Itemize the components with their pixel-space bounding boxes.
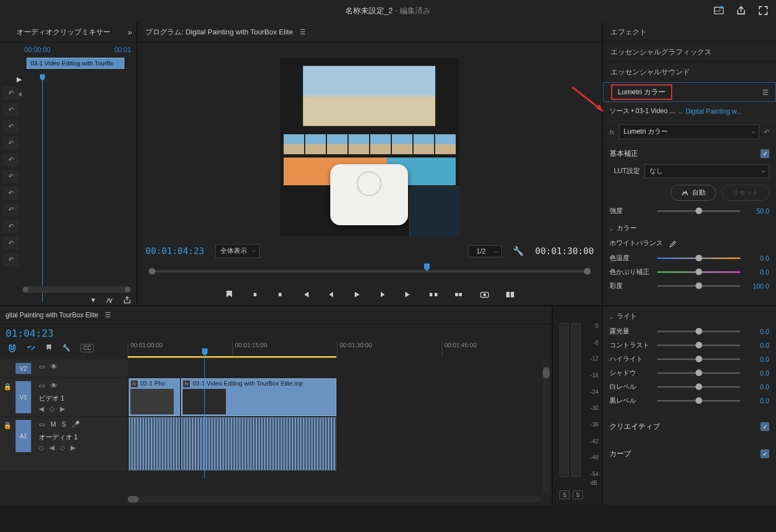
program-monitor[interactable] bbox=[280, 58, 459, 236]
intensity-value[interactable]: 50.0 bbox=[745, 207, 769, 215]
reset-icon[interactable]: ↶ bbox=[764, 128, 769, 136]
audio-mixer-tab[interactable]: オーディオクリップミキサー bbox=[4, 27, 122, 37]
basic-toggle[interactable]: ✓ bbox=[760, 149, 769, 158]
export-frame-icon[interactable] bbox=[479, 289, 490, 300]
next-kf-icon[interactable]: ▶ bbox=[60, 405, 65, 413]
undo-icon[interactable]: ↶ bbox=[3, 103, 19, 116]
export-icon[interactable] bbox=[123, 296, 131, 304]
collapse-icon[interactable]: ⌵ bbox=[609, 225, 613, 232]
tab-effects[interactable]: エフェクト bbox=[603, 22, 776, 42]
track-visibility-icon[interactable]: 👁 bbox=[51, 363, 57, 371]
out-point-icon[interactable] bbox=[275, 289, 286, 300]
lumetri-dropdown[interactable]: Lumetri カラー bbox=[619, 124, 759, 139]
highlight-slider[interactable] bbox=[657, 358, 740, 360]
mute-button[interactable]: M bbox=[51, 420, 56, 428]
step-fwd-icon[interactable] bbox=[377, 289, 388, 300]
chevron-down-icon[interactable]: ⌵ bbox=[678, 108, 682, 115]
temp-value[interactable]: 0.0 bbox=[745, 255, 769, 262]
track-tag-v2[interactable]: V2 bbox=[16, 363, 31, 374]
color-title[interactable]: カラー bbox=[617, 224, 769, 233]
undo-icon[interactable]: ↶ bbox=[3, 236, 19, 250]
workspace-icon[interactable] bbox=[714, 6, 724, 16]
panel-overflow-icon[interactable]: » bbox=[128, 28, 132, 37]
in-point-icon[interactable] bbox=[249, 289, 260, 300]
solo-button[interactable]: S bbox=[62, 420, 66, 428]
solo-l[interactable]: S bbox=[560, 490, 570, 499]
source-seq-label[interactable]: Digital Painting w... bbox=[686, 108, 769, 115]
tab-essential-sound[interactable]: エッセンシャルサウンド bbox=[603, 62, 776, 82]
sat-value[interactable]: 100.0 bbox=[745, 282, 769, 290]
step-back-icon[interactable] bbox=[326, 289, 337, 300]
panel-menu-icon[interactable]: ☰ bbox=[105, 311, 111, 319]
highlight-value[interactable]: 0.0 bbox=[745, 356, 769, 363]
track-output-icon[interactable]: ▭ bbox=[39, 382, 45, 389]
undo-icon[interactable]: ↶ bbox=[3, 153, 19, 166]
black-value[interactable]: 0.0 bbox=[745, 397, 769, 405]
sequence-name[interactable]: gital Painting with TourBox Elite bbox=[6, 311, 98, 319]
goto-out-icon[interactable] bbox=[402, 289, 414, 300]
add-kf-icon[interactable]: ◇ bbox=[49, 405, 54, 413]
tab-lumetri-color[interactable]: Lumetri カラー☰ bbox=[603, 82, 776, 102]
lock-icon[interactable]: 🔒 bbox=[3, 422, 12, 429]
lut-dropdown[interactable]: なし bbox=[644, 164, 769, 178]
play-icon[interactable]: ▶ bbox=[17, 75, 22, 83]
fit-dropdown[interactable]: 全体表示 bbox=[215, 244, 260, 258]
panel-menu-icon[interactable]: ☰ bbox=[762, 88, 769, 97]
basic-title[interactable]: 基本補正 bbox=[609, 149, 638, 159]
timeline-timecode[interactable]: 01:04:23 bbox=[0, 324, 552, 339]
goto-in-icon[interactable] bbox=[300, 289, 311, 300]
compare-icon[interactable] bbox=[505, 289, 516, 300]
undo-icon[interactable]: ↶ bbox=[3, 87, 19, 100]
curves-title[interactable]: カーブ bbox=[609, 449, 631, 459]
black-slider[interactable] bbox=[657, 400, 740, 402]
undo-icon[interactable]: ↶ bbox=[3, 120, 19, 133]
extract-icon[interactable] bbox=[453, 289, 465, 300]
undo-icon[interactable]: ↶ bbox=[3, 136, 19, 150]
creative-toggle[interactable]: ✓ bbox=[760, 422, 769, 431]
zoom-dropdown[interactable]: 1/2 bbox=[468, 245, 502, 257]
kf-diamond-icon[interactable]: ◇ bbox=[60, 444, 65, 452]
add-kf-icon[interactable]: ◇ bbox=[39, 444, 44, 452]
export-icon[interactable] bbox=[736, 6, 746, 16]
undo-icon[interactable]: ↶ bbox=[3, 253, 19, 266]
creative-title[interactable]: クリエイティブ bbox=[609, 422, 660, 432]
solo-r[interactable]: S bbox=[573, 490, 583, 499]
panel-menu-icon[interactable]: ☰ bbox=[300, 28, 306, 36]
fx-badge[interactable]: fx bbox=[609, 129, 614, 135]
track-output-icon[interactable]: ▭ bbox=[39, 363, 45, 371]
auto-button[interactable]: 自動 bbox=[671, 185, 716, 201]
undo-icon[interactable]: ↶ bbox=[3, 186, 19, 200]
shadow-slider[interactable] bbox=[657, 372, 740, 374]
lift-icon[interactable] bbox=[428, 289, 439, 300]
video-clip-1[interactable]: fx02-1 Pho bbox=[129, 378, 180, 416]
prev-kf-icon[interactable]: ◀ bbox=[39, 405, 44, 413]
intensity-slider[interactable] bbox=[657, 210, 740, 212]
white-slider[interactable] bbox=[657, 386, 740, 388]
src-hscroll[interactable] bbox=[22, 286, 131, 293]
creative-section[interactable]: クリエイティブ✓ bbox=[603, 416, 776, 443]
snap-icon[interactable] bbox=[8, 343, 17, 352]
white-value[interactable]: 0.0 bbox=[745, 383, 769, 391]
link-icon[interactable] bbox=[27, 344, 36, 352]
marker-tool-icon[interactable] bbox=[46, 344, 52, 352]
curves-section[interactable]: カーブ✓ bbox=[603, 443, 776, 470]
track-visibility-icon[interactable]: 👁 bbox=[51, 382, 57, 389]
track-tag-a1[interactable]: A1 bbox=[16, 420, 31, 452]
track-tag-v1[interactable]: V1 bbox=[16, 381, 31, 413]
marker-icon[interactable] bbox=[224, 289, 235, 300]
track-output-icon[interactable]: ▭ bbox=[39, 420, 45, 428]
tab-essential-graphics[interactable]: エッセンシャルグラフィックス bbox=[603, 42, 776, 62]
audio-clip-1[interactable] bbox=[129, 417, 180, 470]
contrast-slider[interactable] bbox=[657, 344, 740, 346]
next-kf-icon[interactable]: ▶ bbox=[70, 444, 75, 452]
shadow-value[interactable]: 0.0 bbox=[745, 369, 769, 377]
timeline-hscroll[interactable] bbox=[128, 496, 541, 503]
prev-kf-icon[interactable]: ◀ bbox=[49, 444, 54, 452]
source-clip[interactable]: 03-1 Video Editing with TourBo bbox=[27, 58, 124, 69]
tint-slider[interactable] bbox=[657, 271, 740, 273]
source-clip-label[interactable]: ソース • 03-1 Video ... bbox=[609, 107, 675, 116]
cc-icon[interactable]: CC bbox=[80, 344, 94, 352]
collapse-icon[interactable]: ⌵ bbox=[609, 313, 613, 321]
curves-toggle[interactable]: ✓ bbox=[760, 449, 769, 458]
eyedropper-icon[interactable] bbox=[668, 240, 676, 247]
